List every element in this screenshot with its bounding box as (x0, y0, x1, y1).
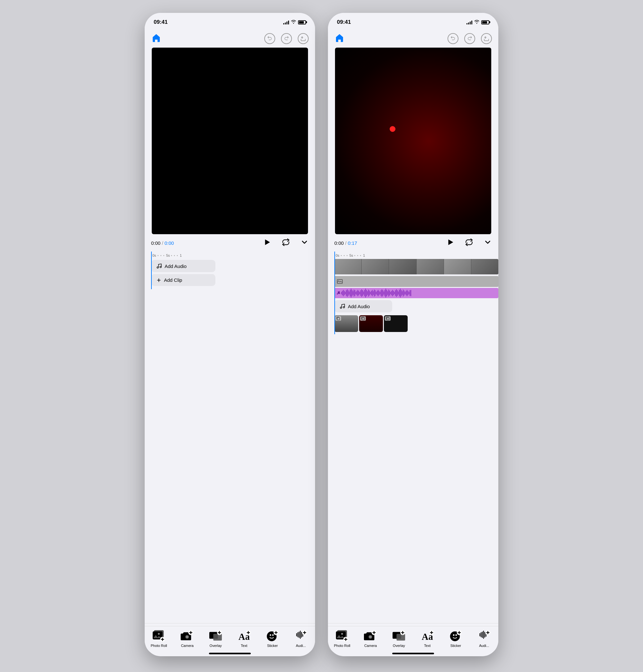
photo-roll-icon-right (335, 629, 350, 643)
clips-row-right (335, 314, 498, 333)
add-audio-button-left[interactable]: Add Audio (151, 260, 215, 272)
undo-button-left[interactable] (264, 33, 275, 44)
redo-button-right[interactable] (464, 33, 475, 44)
status-bar-left: 09:41 (145, 13, 315, 29)
tab-sticker-right[interactable]: Sticker (441, 629, 470, 648)
tab-text-left[interactable]: Aa Text (230, 629, 258, 648)
svg-point-2 (160, 266, 161, 268)
tab-sticker-left[interactable]: Sticker (258, 629, 287, 648)
redo-button-left[interactable] (281, 33, 292, 44)
camera-icon-right (363, 629, 378, 643)
clip-thumb-1[interactable] (335, 315, 358, 332)
camera-icon-left (180, 629, 194, 643)
text-icon-right: Aa (420, 629, 435, 643)
timeline-right: 0s 5s 1 (328, 252, 498, 334)
ruler-right: 0s 5s 1 (335, 253, 498, 258)
tab-label-sticker-right: Sticker (450, 644, 461, 648)
status-time-right: 09:41 (337, 19, 351, 25)
tab-label-overlay-left: Overlay (210, 644, 222, 648)
ruler-left: 0s 5s 1 (151, 253, 315, 258)
share-button-right[interactable] (481, 33, 492, 44)
svg-point-24 (340, 307, 342, 309)
play-button-right[interactable] (446, 238, 454, 248)
add-audio-button-right[interactable]: Add Audio (335, 300, 392, 312)
video-preview-right (335, 48, 491, 234)
bottom-tabs-left: Photo Roll Camera (145, 626, 315, 650)
tab-audio-left[interactable]: Audi... (287, 629, 315, 648)
svg-point-9 (186, 636, 189, 638)
tab-photo-roll-right[interactable]: Photo Roll (328, 629, 356, 648)
signal-icon-left (283, 20, 289, 24)
clip-thumb-2[interactable] (359, 315, 383, 332)
tab-label-photo-roll-right: Photo Roll (334, 644, 350, 648)
sticker-icon-right (448, 629, 463, 643)
undo-button-right[interactable] (448, 33, 459, 44)
home-button-left[interactable] (151, 33, 161, 44)
svg-point-43 (453, 634, 454, 636)
status-bar-right: 09:41 (328, 13, 498, 29)
svg-point-6 (158, 633, 160, 635)
left-phone-screen: 09:41 (145, 13, 315, 656)
current-time-left: 0:00 / 0:00 (151, 240, 174, 246)
audio-icon-left (293, 629, 308, 643)
timeline-left: 0s 5s 1 Add Audio Add Clip (145, 252, 315, 289)
photo-roll-icon-left (151, 629, 166, 643)
tab-audio-right[interactable]: Audi... (470, 629, 498, 648)
timeline-cursor-right (335, 252, 335, 334)
share-button-left[interactable] (298, 33, 308, 44)
video-preview-left (152, 48, 308, 234)
ruler-5s-right: 5s (350, 253, 353, 257)
tab-label-photo-roll-left: Photo Roll (151, 644, 167, 648)
right-phone-screen: 09:41 (328, 13, 498, 656)
tab-camera-left[interactable]: Camera (173, 629, 201, 648)
loop-button-right[interactable] (465, 238, 473, 248)
svg-point-23 (338, 280, 339, 281)
svg-point-18 (272, 634, 274, 636)
battery-icon-left (298, 20, 306, 24)
tab-label-camera-right: Camera (364, 644, 377, 648)
battery-icon-right (481, 20, 489, 24)
svg-point-32 (341, 633, 343, 635)
home-indicator-right (392, 653, 434, 654)
svg-marker-21 (449, 239, 453, 245)
playback-bar-left: 0:00 / 0:00 (145, 234, 315, 252)
tab-text-right[interactable]: Aa Text (413, 629, 441, 648)
svg-point-1 (157, 267, 158, 268)
tab-photo-roll-left[interactable]: Photo Roll (145, 629, 173, 648)
clip-thumb-3[interactable] (384, 315, 408, 332)
loop-button-left[interactable] (282, 238, 290, 248)
ruler-end-right: 1 (363, 253, 365, 257)
tab-label-audio-left: Audi... (296, 644, 306, 648)
text-icon-left: Aa (236, 629, 252, 643)
ruler-0s: 0s (153, 253, 156, 257)
toolbar-right (328, 29, 498, 48)
tab-label-text-left: Text (241, 644, 247, 648)
collapse-button-left[interactable] (300, 238, 308, 248)
tab-label-overlay-right: Overlay (393, 644, 405, 648)
tab-label-text-right: Text (424, 644, 430, 648)
wifi-icon-right (474, 20, 480, 25)
overlay-icon-right (391, 629, 407, 643)
collapse-button-right[interactable] (484, 238, 492, 248)
image-track (335, 276, 498, 287)
status-icons-left (283, 20, 306, 25)
play-button-left[interactable] (263, 238, 271, 248)
add-clip-button-left[interactable]: Add Clip (151, 274, 215, 286)
svg-marker-0 (265, 239, 270, 245)
svg-point-44 (456, 634, 457, 636)
svg-point-35 (369, 636, 372, 638)
toolbar-right-left (264, 33, 308, 44)
status-time-left: 09:41 (154, 19, 168, 25)
playback-bar-right: 0:00 / 0:17 (328, 234, 498, 252)
tab-camera-right[interactable]: Camera (356, 629, 385, 648)
svg-rect-28 (387, 317, 389, 320)
bottom-tabs-right: Photo Roll Camera (328, 626, 498, 650)
tab-overlay-right[interactable]: Overlay (385, 629, 413, 648)
home-indicator-left (209, 653, 251, 654)
ruler-5s: 5s (166, 253, 170, 257)
tab-label-audio-right: Audi... (479, 644, 489, 648)
home-button-right[interactable] (335, 33, 345, 44)
copy-icon-3 (385, 316, 391, 321)
tab-overlay-left[interactable]: Overlay (202, 629, 230, 648)
sticker-icon-left (265, 629, 280, 643)
